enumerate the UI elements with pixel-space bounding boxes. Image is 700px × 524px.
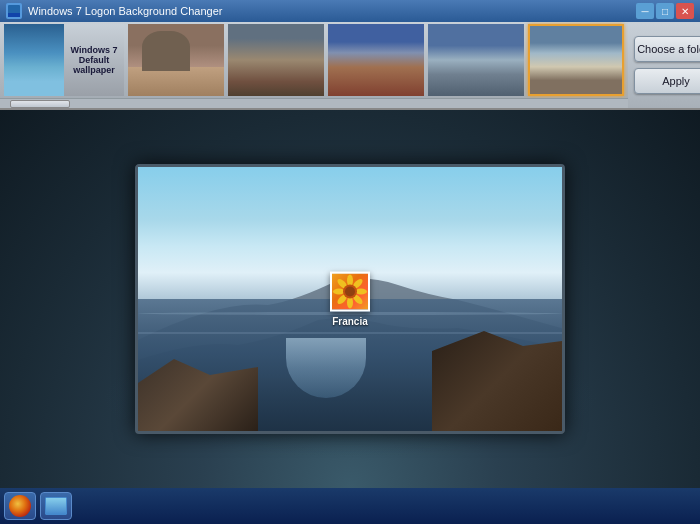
scroll-thumb[interactable] [10,100,70,108]
wallpaper-preview: Francia [138,167,562,431]
title-bar: Windows 7 Logon Background Changer ─ □ ✕ [0,0,700,22]
thumbnail-2[interactable] [228,24,324,96]
app-title: Windows 7 Logon Background Changer [28,5,630,17]
thumbnail-default-image [4,24,64,96]
thumbnail-5[interactable] [528,24,624,96]
firefox-icon [9,495,31,517]
taskbar-desktop-button[interactable] [40,492,72,520]
user-icon-container: Francia [330,272,370,327]
rock-right [432,331,562,431]
preview-area: Francia [0,110,700,488]
waterfall [286,338,366,398]
desktop-icon [45,497,67,515]
svg-point-11 [345,287,355,297]
thumbnail-scrollbar[interactable] [0,98,628,108]
svg-rect-0 [8,5,20,14]
close-button[interactable]: ✕ [676,3,694,19]
thumbnail-1[interactable] [128,24,224,96]
user-label: Francia [332,316,368,327]
user-icon [330,272,370,312]
svg-rect-1 [8,13,20,17]
thumbnail-strip: Windows 7 Default wallpaper [0,22,628,98]
app-icon [6,3,22,19]
taskbar [0,488,700,524]
taskbar-firefox-button[interactable] [4,492,36,520]
thumbnail-4[interactable] [428,24,524,96]
minimize-button[interactable]: ─ [636,3,654,19]
apply-button[interactable]: Apply [634,68,700,94]
toolbar: Windows 7 Default wallpaper [0,22,700,110]
monitor-frame: Francia [135,164,565,434]
main-container: Windows 7 Default wallpaper [0,22,700,524]
thumbnail-default[interactable]: Windows 7 Default wallpaper [4,24,124,96]
thumbnail-3[interactable] [328,24,424,96]
window-controls: ─ □ ✕ [636,3,694,19]
choose-folder-button[interactable]: Choose a folder [634,36,700,62]
maximize-button[interactable]: □ [656,3,674,19]
thumbnail-default-label: Windows 7 Default wallpaper [64,24,124,96]
action-panel: Choose a folder Apply [628,22,700,108]
